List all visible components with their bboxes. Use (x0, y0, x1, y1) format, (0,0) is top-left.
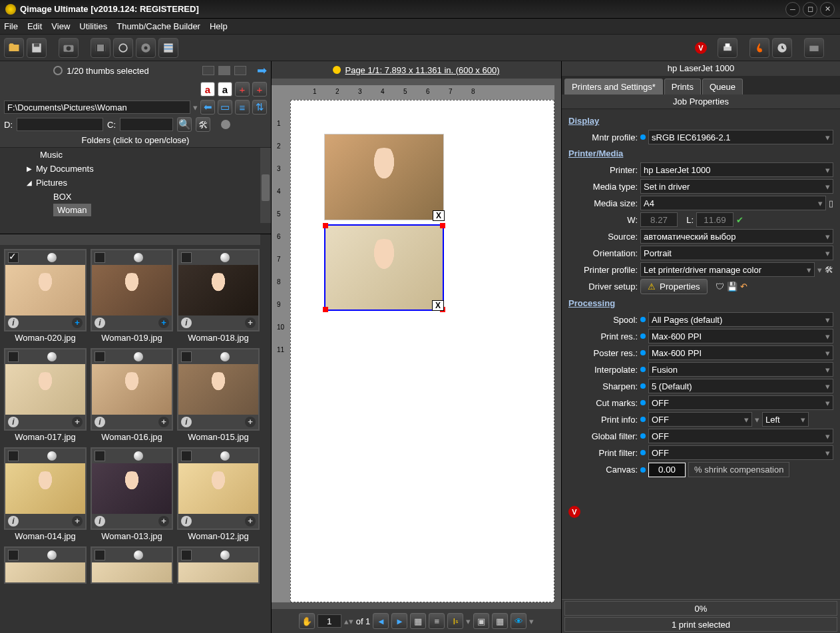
thumb-image[interactable] (92, 463, 172, 514)
footer-tool-2[interactable]: ▦ (492, 613, 508, 629)
thumb-dot-icon[interactable] (47, 352, 57, 361)
properties-button[interactable]: ⚠Properties (640, 279, 708, 294)
thumb-image[interactable] (5, 562, 85, 582)
save-icon[interactable]: 💾 (727, 282, 737, 292)
prev-page-button[interactable]: ◄ (373, 613, 389, 629)
thumb-add-icon[interactable]: + (245, 417, 256, 427)
thumb-checkbox[interactable] (95, 252, 105, 263)
page-number-input[interactable] (317, 614, 341, 628)
maximize-button[interactable]: ◻ (803, 2, 817, 17)
folders-header[interactable]: Folders (click to open/close) (0, 133, 271, 148)
tree-scrollbar[interactable] (260, 148, 271, 223)
drive-c-input[interactable] (120, 118, 173, 131)
flame-button[interactable] (749, 38, 769, 58)
length-input[interactable] (696, 212, 734, 227)
thumb-info-icon[interactable]: i (95, 417, 105, 427)
list-button[interactable]: ≡ (235, 100, 250, 114)
v-badge2-icon[interactable]: V (568, 506, 580, 518)
print-image-1[interactable]: X (324, 134, 444, 220)
print-image-2[interactable]: X (324, 224, 444, 311)
menu-utilities[interactable]: Utilities (79, 21, 107, 31)
thumb-checkbox[interactable] (181, 252, 192, 263)
spool-combo[interactable]: All Pages (default) (648, 312, 833, 327)
footer-dropdown-icon[interactable]: ▾ (466, 616, 471, 626)
filmstrip-button[interactable] (91, 38, 110, 58)
thumb-add-icon[interactable]: + (158, 516, 169, 527)
grid-icon-2[interactable] (218, 66, 230, 75)
print-button[interactable] (718, 38, 737, 58)
media-type-combo[interactable]: Set in driver (640, 179, 833, 194)
section-printer-media[interactable]: Printer/Media (568, 148, 833, 158)
section-processing[interactable]: Processing (568, 298, 833, 308)
thumb-box[interactable]: i+ (4, 348, 87, 431)
hand-tool-button[interactable]: ✋ (299, 613, 315, 629)
thumb-image[interactable] (178, 265, 258, 316)
printer-combo[interactable]: hp LaserJet 1000 (640, 162, 833, 177)
tree-scrollbar-h[interactable] (0, 234, 260, 245)
path-input[interactable] (4, 101, 190, 114)
thumb-image[interactable] (5, 463, 85, 514)
print-info-side-combo[interactable]: Left (762, 412, 809, 427)
thumb-dot-icon[interactable] (47, 550, 57, 560)
menu-edit[interactable]: Edit (27, 21, 42, 31)
v-badge-icon[interactable]: V (695, 42, 707, 54)
footer-tool-1[interactable]: ▣ (473, 613, 489, 629)
thumb-info-icon[interactable]: i (181, 417, 192, 427)
thumb-add-icon[interactable]: + (72, 417, 83, 427)
thumb-dot-icon[interactable] (220, 253, 230, 262)
thumb-info-icon[interactable]: i (95, 317, 105, 328)
print-info-combo[interactable]: OFF (648, 412, 752, 427)
grid-icon-1[interactable] (202, 66, 214, 75)
close-button[interactable]: ✕ (820, 2, 835, 17)
folder-music[interactable]: Music (0, 148, 271, 162)
binoculars-button[interactable]: 🔍 (177, 117, 192, 132)
selection-radio-icon[interactable] (53, 66, 63, 75)
page-info-link[interactable]: Page 1/1: 7.893 x 11.361 in. (600 x 600) (345, 65, 499, 75)
minimize-button[interactable]: ─ (785, 2, 800, 17)
folder-pictures[interactable]: ◢Pictures (0, 176, 271, 190)
thumb-checkbox[interactable] (95, 451, 105, 461)
sharpen-combo[interactable]: 5 (Default) (648, 379, 833, 393)
thumb-add-icon[interactable]: + (245, 516, 256, 527)
thumb-image[interactable] (5, 364, 85, 415)
folder-mydocs[interactable]: ▶My Documents (0, 162, 271, 176)
thumb-checkbox[interactable] (8, 351, 19, 362)
thumb-box[interactable]: i+ (91, 348, 173, 431)
thumb-image[interactable] (178, 562, 258, 582)
undo-icon[interactable]: ↶ (740, 282, 747, 292)
thumb-box[interactable]: i+ (4, 447, 87, 530)
page-layout-button[interactable]: ▦ (410, 613, 426, 629)
media-size-extra-icon[interactable]: ▯ (829, 198, 833, 208)
footer-dropdown2-icon[interactable]: ▾ (529, 616, 534, 626)
add-button[interactable]: + (235, 82, 250, 97)
folder-box[interactable]: BOX (0, 190, 271, 204)
thumb-add-icon[interactable]: + (158, 317, 169, 328)
thumb-image[interactable] (92, 562, 172, 582)
thumb-checkbox[interactable] (8, 252, 19, 263)
menu-view[interactable]: View (51, 21, 70, 31)
camera-button[interactable] (59, 38, 79, 58)
thumb-image[interactable] (178, 364, 258, 415)
remove-print-2-button[interactable]: X (432, 300, 444, 311)
print-page[interactable]: X X (290, 100, 554, 602)
thumb-checkbox[interactable] (181, 550, 192, 560)
export-button[interactable] (804, 38, 824, 58)
poster-res-combo[interactable]: Max-600 PPI (648, 345, 833, 360)
thumb-dot-icon[interactable] (47, 253, 57, 262)
back-button[interactable]: ⬅ (200, 100, 215, 114)
thumb-add-icon[interactable]: + (72, 516, 83, 527)
thumb-info-icon[interactable]: i (95, 516, 105, 527)
thumb-box[interactable]: i+ (91, 447, 173, 530)
dropdown-icon[interactable]: ▾ (817, 265, 822, 275)
print-filter-combo[interactable]: OFF (648, 445, 833, 460)
swirl-button[interactable] (113, 38, 133, 58)
thumb-dot-icon[interactable] (220, 352, 230, 361)
check-icon[interactable]: ✔ (736, 215, 743, 225)
thumb-box[interactable]: i+ (177, 348, 260, 431)
media-size-combo[interactable]: A4 (640, 196, 826, 210)
drive-d-input[interactable] (17, 118, 103, 131)
thumb-box[interactable] (177, 546, 260, 584)
orientation-combo[interactable]: Portrait (640, 246, 833, 260)
thumb-checkbox[interactable] (8, 451, 19, 461)
thumb-info-icon[interactable]: i (8, 516, 19, 527)
